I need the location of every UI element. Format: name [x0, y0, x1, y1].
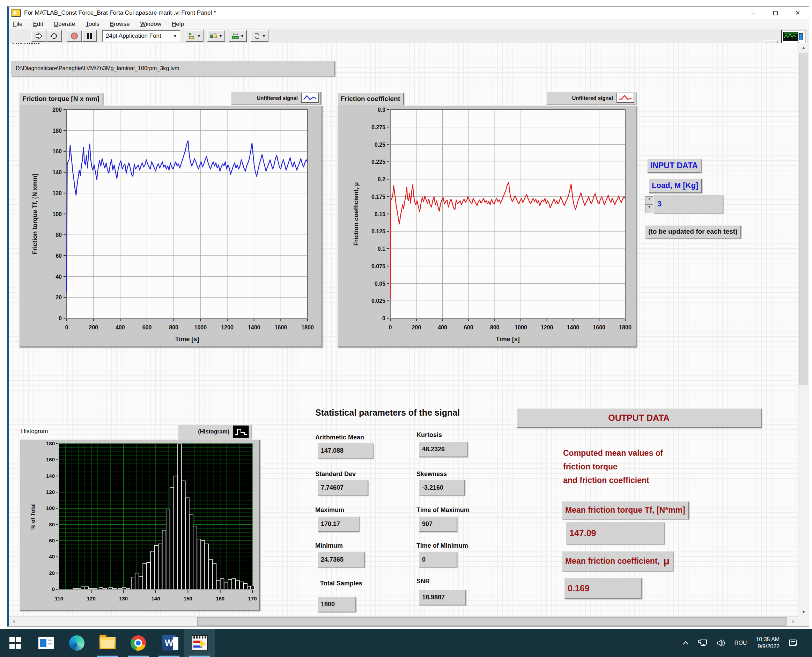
- running-indicator: [97, 655, 118, 657]
- tray-chevron-up-icon[interactable]: [682, 641, 689, 646]
- svg-text:200: 200: [88, 324, 98, 330]
- tray-date: 9/9/2022: [756, 643, 779, 650]
- svg-text:1000: 1000: [194, 324, 207, 330]
- histogram-title: Histogram: [20, 428, 49, 435]
- spinner-up-icon[interactable]: ▲: [646, 196, 653, 205]
- run-continuous-button[interactable]: [47, 30, 62, 42]
- svg-text:160: 160: [216, 596, 225, 601]
- svg-text:200: 200: [52, 107, 62, 113]
- svg-text:400: 400: [438, 324, 447, 330]
- menu-edit[interactable]: Edit: [33, 20, 43, 28]
- svg-text:1800: 1800: [619, 324, 632, 330]
- abort-octagon-icon: [70, 32, 79, 40]
- word-taskbar-button[interactable]: W: [154, 629, 184, 657]
- menu-help[interactable]: Help: [172, 20, 184, 28]
- file-explorer-icon: [99, 637, 116, 649]
- svg-text:400: 400: [116, 324, 125, 330]
- vertical-scroll-thumb[interactable]: [799, 53, 808, 385]
- scroll-right-icon[interactable]: ›: [788, 617, 798, 626]
- svg-text:1800: 1800: [301, 324, 314, 330]
- abort-button[interactable]: [67, 30, 82, 42]
- load-spinner[interactable]: ▲ ▼: [646, 196, 653, 213]
- svg-text:0.15: 0.15: [374, 211, 385, 217]
- windows-taskbar: W ROU 10:35 AM 9/9/2022: [0, 629, 812, 657]
- torque-legend-line-icon: [301, 93, 319, 103]
- svg-text:1400: 1400: [567, 324, 579, 330]
- stat-value: 170.17: [317, 516, 359, 532]
- load-label: Load, M [Kg]: [648, 178, 702, 193]
- svg-text:80: 80: [49, 522, 55, 528]
- restore-icon: [773, 11, 778, 16]
- chevron-down-icon: ▼: [262, 34, 266, 38]
- svg-text:110: 110: [55, 596, 63, 601]
- menu-file[interactable]: File: [13, 20, 22, 28]
- file-explorer-taskbar-button[interactable]: [92, 629, 123, 657]
- menu-tools[interactable]: Tools: [85, 20, 99, 28]
- maximize-button[interactable]: [764, 7, 787, 19]
- svg-text:150: 150: [184, 596, 193, 601]
- action-center-icon[interactable]: [789, 639, 798, 647]
- svg-text:0.1: 0.1: [378, 246, 385, 252]
- run-arrow-icon: [35, 33, 43, 39]
- horizontal-scroll-thumb[interactable]: [197, 617, 787, 626]
- resize-objects-button[interactable]: ▼: [229, 30, 247, 42]
- distribute-objects-icon: [210, 32, 217, 40]
- chevron-down-icon: ▼: [197, 34, 201, 38]
- menu-browse[interactable]: Browse: [110, 20, 130, 28]
- chrome-taskbar-button[interactable]: [123, 629, 154, 657]
- coefficient-chart-title: Friction coefficient: [337, 93, 404, 105]
- torque-chart-title: Friction torque [N x mm]: [19, 93, 103, 105]
- chevron-down-icon: ▼: [219, 34, 223, 38]
- torque-legend[interactable]: Unfiltered signal: [231, 92, 321, 104]
- labview-window: For MATLAB_Const Force_Brat Forta Cui ap…: [7, 6, 809, 627]
- svg-text:0.05: 0.05: [374, 281, 385, 287]
- pause-button[interactable]: [82, 30, 97, 42]
- histogram-chart: 0204060801001201401601801101201301401501…: [20, 439, 260, 610]
- histogram-legend-label: (Histogram): [198, 428, 229, 435]
- svg-text:0.025: 0.025: [371, 298, 385, 304]
- edge-taskbar-button[interactable]: [61, 629, 92, 657]
- scroll-down-icon[interactable]: ▼: [798, 607, 809, 617]
- histogram-legend[interactable]: (Histogram): [178, 424, 251, 439]
- align-objects-button[interactable]: ▼: [185, 30, 203, 42]
- start-button[interactable]: [0, 629, 31, 657]
- input-note-label: (to be updated for each test): [645, 225, 741, 238]
- torque-chart: 0204060801001201401601802000200400600800…: [19, 106, 322, 347]
- coefficient-legend[interactable]: Unfiltered signal: [546, 92, 636, 104]
- task-view-button[interactable]: [31, 629, 61, 657]
- mean-coefficient-value: 0.169: [564, 578, 642, 599]
- stat-value: 147.088: [317, 443, 373, 458]
- svg-text:600: 600: [143, 324, 152, 330]
- network-icon[interactable]: [698, 639, 707, 647]
- font-selector[interactable]: 24pt Application Font ▼: [102, 30, 180, 42]
- svg-text:160: 160: [46, 456, 55, 462]
- window-title: For MATLAB_Const Force_Brat Forta Cui ap…: [24, 9, 216, 16]
- file-path-control[interactable]: D:\Diagnosticare\Panaghie\LVM\Zn3Mg_lami…: [11, 61, 335, 76]
- stats-title: Statistical parameters of the signal: [315, 408, 460, 418]
- vertical-scrollbar[interactable]: ▲ ▼: [798, 43, 809, 617]
- stat-value: 18.9887: [419, 590, 466, 605]
- volume-icon[interactable]: [716, 639, 725, 647]
- reorder-objects-button[interactable]: ▼: [250, 30, 269, 42]
- scroll-left-icon[interactable]: ‹: [9, 617, 19, 626]
- spinner-down-icon[interactable]: ▼: [646, 205, 653, 213]
- svg-text:20: 20: [49, 570, 55, 576]
- svg-text:180: 180: [52, 128, 62, 134]
- clock[interactable]: 10:35 AM 9/9/2022: [756, 636, 779, 650]
- svg-text:0.275: 0.275: [371, 125, 385, 130]
- font-selector-value: 24pt Application Font: [106, 33, 161, 39]
- scroll-up-icon[interactable]: ▲: [798, 43, 809, 52]
- svg-text:0: 0: [59, 315, 62, 321]
- menu-operate[interactable]: Operate: [54, 20, 75, 28]
- svg-text:% of Total: % of Total: [30, 503, 36, 529]
- horizontal-scrollbar[interactable]: ‹ ›: [9, 616, 798, 626]
- minimize-button[interactable]: –: [742, 7, 764, 19]
- distribute-objects-button[interactable]: ▼: [207, 30, 225, 42]
- run-button[interactable]: [31, 30, 47, 42]
- language-indicator[interactable]: ROU: [734, 640, 747, 646]
- close-button[interactable]: ✕: [787, 7, 809, 19]
- labview-taskbar-button[interactable]: [184, 629, 215, 657]
- load-value-input[interactable]: 3: [653, 195, 723, 213]
- menu-window[interactable]: Window: [140, 20, 161, 28]
- stat-value: 7.74607: [317, 480, 368, 495]
